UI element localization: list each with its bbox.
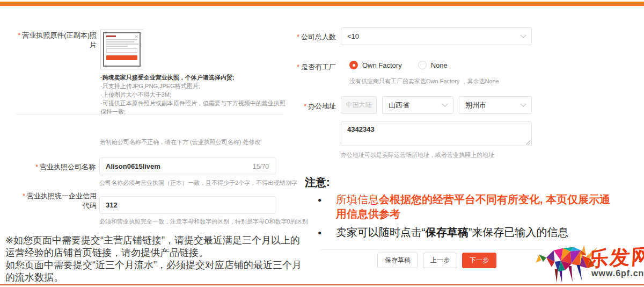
address-detail-textarea[interactable]: 4342343 bbox=[341, 121, 532, 146]
notice-bullet-2-post: ”来保存已输入的信息 bbox=[469, 226, 569, 238]
city-value: 朔州市 bbox=[465, 101, 486, 110]
company-size-select[interactable]: <10 bbox=[341, 27, 532, 45]
seller-onboarding-form-page: *营业执照原件(正副本)照片 ·跨境卖家只接受企业营业执照，个体户请选择内贸; … bbox=[0, 0, 644, 287]
company-name-input[interactable]: Alison0615livem 15/70 bbox=[99, 157, 275, 175]
footer-button-row: 保存草稿 上一步 下一步 bbox=[377, 253, 496, 268]
office-address-label-text: 办公地址 bbox=[308, 102, 336, 110]
next-step-button[interactable]: 下一步 bbox=[462, 253, 496, 268]
radio-selected-icon bbox=[349, 61, 358, 69]
radio-none-label: None bbox=[431, 61, 448, 69]
chevron-down-icon bbox=[520, 101, 526, 106]
notice-block: 注意: ● 所填信息会根据您的经营平台不同有所变化, 本页仅展示通用信息供参考 … bbox=[305, 176, 615, 240]
footnote-paragraph-2: 如您页面中需要提交“近三个月流水”，必须提交对应店铺的最近三个月的流水数据。 bbox=[5, 259, 309, 284]
store-link-footnote: ※如您页面中需要提交“主营店铺链接”，请提交最近满足三个月以上的运营经验的店铺首… bbox=[5, 234, 309, 284]
textarea-resize-handle[interactable] bbox=[525, 140, 530, 145]
notice-bullet-1: ● 所填信息会根据您的经营平台不同有所变化, 本页仅展示通用信息供参考 bbox=[305, 192, 615, 221]
credit-code-label-text: 营业执照统一企业信用代码 bbox=[27, 192, 97, 210]
section-divider bbox=[16, 114, 283, 114]
company-size-label-text: 公司总人数 bbox=[301, 33, 336, 41]
address-province-select[interactable]: 山西省 bbox=[382, 96, 453, 114]
company-size-label: *公司总人数 bbox=[289, 32, 336, 42]
footnote-paragraph-1: ※如您页面中需要提交“主营店铺链接”，请提交最近满足三个月以上的运营经验的店铺首… bbox=[5, 234, 309, 259]
mock-primary-button bbox=[106, 55, 137, 60]
license-photo-preview[interactable] bbox=[100, 30, 143, 69]
mock-dialog-title-bar bbox=[106, 35, 116, 37]
required-asterisk: * bbox=[304, 102, 306, 110]
mock-text-line bbox=[106, 41, 134, 42]
char-counter: 15/70 bbox=[253, 163, 269, 170]
credit-code-input[interactable]: 312 bbox=[99, 196, 275, 214]
notice-bullet-2: ● 卖家可以随时点击“保存草稿”来保存已输入的信息 bbox=[305, 225, 615, 240]
chevron-down-icon bbox=[442, 101, 448, 106]
previous-step-button[interactable]: 上一步 bbox=[423, 253, 457, 268]
address-city-select[interactable]: 朔州市 bbox=[459, 96, 532, 114]
license-photo-label-text: 营业执照原件(正副本)照片 bbox=[22, 31, 97, 49]
notice-title: 注意: bbox=[305, 176, 615, 189]
close-icon bbox=[135, 35, 138, 38]
factory-label-text: 是否有工厂 bbox=[301, 63, 336, 71]
bottom-accent-line bbox=[0, 284, 644, 285]
factory-hint: 没有供应商只有工厂的卖家选Own Factory ，其余选None bbox=[349, 77, 499, 85]
save-draft-button[interactable]: 保存草稿 bbox=[377, 253, 418, 268]
factory-label: *是否有工厂 bbox=[289, 62, 336, 72]
company-name-rename-hint: 若初始公司名称不正确，请在下方 (营业执照公司名称) 处修改 bbox=[100, 138, 260, 146]
credit-code-hint: 必须和营业执照完全一致，注意字母和数字的区别，特别是字母O和数字0的区别 bbox=[99, 218, 308, 226]
license-note: ·只支持上传JPG,PNG,JPEG格式图片; bbox=[100, 82, 287, 90]
footer-divider bbox=[321, 249, 543, 250]
company-name-label: *营业执照公司名称 bbox=[16, 162, 96, 172]
radio-unselected-icon bbox=[418, 61, 427, 69]
radio-none[interactable]: None bbox=[418, 61, 448, 69]
notice-bullet-2-bold: 保存草稿 bbox=[426, 226, 469, 238]
license-note: ·上传图片大小不得大于3M; bbox=[100, 90, 287, 99]
bullet-icon: ● bbox=[318, 225, 325, 240]
company-name-label-text: 营业执照公司名称 bbox=[40, 163, 96, 171]
bullet-icon: ● bbox=[318, 192, 325, 221]
notice-bullet-2-text: 卖家可以随时点击“保存草稿”来保存已输入的信息 bbox=[336, 225, 568, 240]
required-asterisk: * bbox=[297, 63, 299, 71]
notice-bullet-1-text: 所填信息会根据您的经营平台不同有所变化, 本页仅展示通用信息供参考 bbox=[336, 192, 615, 221]
required-asterisk: * bbox=[297, 33, 299, 41]
license-photo-label: *营业执照原件(正副本)照片 bbox=[16, 31, 97, 50]
mock-text-line bbox=[106, 44, 138, 45]
required-asterisk: * bbox=[18, 31, 20, 39]
company-name-hint: 公司名称必须与营业执照（正本）一致，且不得少于2个字，不得出现错别字 bbox=[99, 179, 297, 187]
mock-text-line bbox=[106, 46, 128, 47]
notice-bullet-2-pre: 卖家可以随时点击“ bbox=[336, 226, 426, 238]
radio-own-factory[interactable]: Own Factory bbox=[349, 61, 402, 69]
chevron-down-icon bbox=[520, 32, 526, 38]
province-value: 山西省 bbox=[389, 101, 409, 110]
license-upload-notes: ·跨境卖家只接受企业营业执照，个体户请选择内贸; ·只支持上传JPG,PNG,J… bbox=[100, 73, 287, 116]
license-note: ·跨境卖家只接受企业营业执照，个体户请选择内贸; bbox=[100, 73, 287, 82]
required-asterisk: * bbox=[35, 163, 38, 171]
office-address-label: *办公地址 bbox=[289, 102, 336, 111]
factory-radio-group: Own Factory None bbox=[349, 61, 448, 69]
company-size-value: <10 bbox=[347, 32, 359, 40]
address-detail-value: 4342343 bbox=[347, 125, 375, 133]
mock-text-line bbox=[106, 39, 137, 40]
office-address-hint: 办公地址可以是实际运营场所地址，或者营业执照上的地址 bbox=[341, 151, 494, 159]
company-name-value: Alison0615livem bbox=[106, 162, 160, 170]
mock-select bbox=[106, 48, 137, 53]
notice-bullet-1-prefix: 所填信息 bbox=[336, 193, 379, 205]
credit-code-value: 312 bbox=[106, 201, 118, 209]
address-region-disabled-input: 中国大陆 bbox=[341, 96, 377, 114]
required-asterisk: * bbox=[23, 192, 25, 200]
site-logo-url: www.6pf.cn bbox=[591, 269, 644, 278]
license-photo-dialog-mock bbox=[103, 32, 141, 67]
radio-own-factory-label: Own Factory bbox=[362, 61, 402, 69]
top-accent-bar bbox=[0, 2, 644, 6]
credit-code-label: *营业执照统一企业信用代码 bbox=[16, 191, 97, 211]
